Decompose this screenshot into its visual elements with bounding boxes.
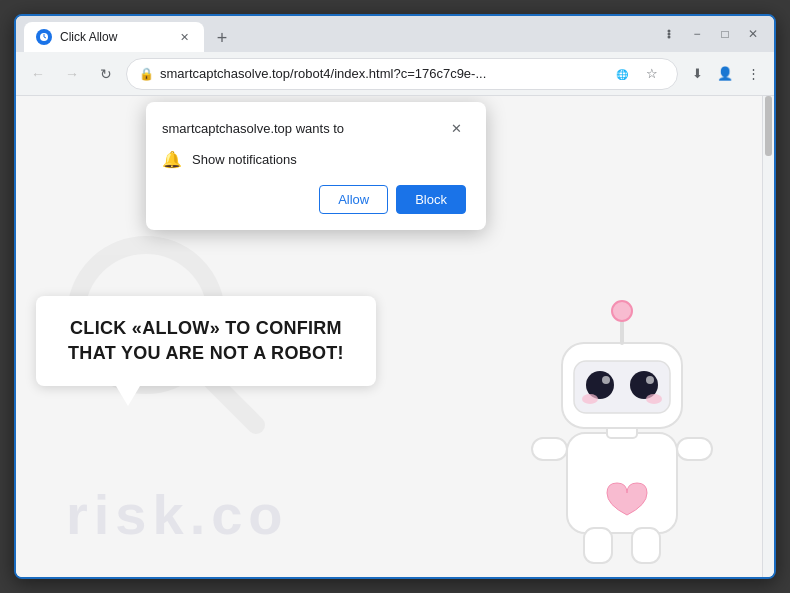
lock-icon: 🔒 — [139, 67, 154, 81]
translate-icon[interactable]: 🌐 — [609, 61, 635, 87]
scrollbar-thumb[interactable] — [765, 96, 772, 156]
bookmark-icon[interactable]: ☆ — [639, 61, 665, 87]
notification-popup: smartcaptchasolve.top wants to ✕ 🔔 Show … — [146, 102, 486, 230]
svg-point-20 — [612, 301, 632, 321]
bubble-text: CLICK «ALLOW» TO CONFIRM THAT YOU ARE NO… — [60, 316, 352, 366]
svg-point-15 — [602, 376, 610, 384]
allow-button[interactable]: Allow — [319, 185, 388, 214]
menu-icon[interactable]: ⋮ — [740, 61, 766, 87]
watermark-text: risk.co — [66, 482, 289, 547]
svg-point-3 — [668, 36, 671, 39]
tab-title: Click Allow — [60, 30, 168, 44]
title-bar: Click Allow ✕ + − □ ✕ — [16, 16, 774, 52]
block-button[interactable]: Block — [396, 185, 466, 214]
robot-illustration — [512, 273, 732, 577]
forward-button[interactable]: → — [58, 60, 86, 88]
browser-window: Click Allow ✕ + − □ ✕ ← → ↻ 🔒 smartcaptc… — [14, 14, 776, 579]
popup-close-button[interactable]: ✕ — [446, 118, 466, 138]
svg-rect-8 — [532, 438, 567, 460]
tab-strip: Click Allow ✕ + — [24, 16, 652, 52]
svg-point-2 — [668, 33, 671, 36]
profile-icon[interactable]: 👤 — [712, 61, 738, 87]
scrollbar[interactable] — [762, 96, 774, 577]
url-actions: 🌐 ☆ — [609, 61, 665, 87]
url-text: smartcaptchasolve.top/robot4/index.html?… — [160, 66, 603, 81]
svg-text:🌐: 🌐 — [616, 68, 629, 81]
notification-row: 🔔 Show notifications — [162, 150, 466, 169]
message-bubble: CLICK «ALLOW» TO CONFIRM THAT YOU ARE NO… — [36, 296, 376, 386]
chrome-menu-icon[interactable] — [656, 21, 682, 47]
new-tab-button[interactable]: + — [208, 24, 236, 52]
notification-label: Show notifications — [192, 152, 297, 167]
back-button[interactable]: ← — [24, 60, 52, 88]
popup-buttons: Allow Block — [162, 185, 466, 214]
url-bar[interactable]: 🔒 smartcaptchasolve.top/robot4/index.htm… — [126, 58, 678, 90]
close-button[interactable]: ✕ — [740, 21, 766, 47]
window-controls: − □ ✕ — [656, 21, 766, 47]
downloads-icon[interactable]: ⬇ — [684, 61, 710, 87]
toolbar-actions: ⬇ 👤 ⋮ — [684, 61, 766, 87]
maximize-button[interactable]: □ — [712, 21, 738, 47]
active-tab[interactable]: Click Allow ✕ — [24, 22, 204, 52]
address-bar: ← → ↻ 🔒 smartcaptchasolve.top/robot4/ind… — [16, 52, 774, 96]
svg-rect-22 — [632, 528, 660, 563]
svg-rect-21 — [584, 528, 612, 563]
popup-title: smartcaptchasolve.top wants to — [162, 121, 344, 136]
svg-point-18 — [646, 394, 662, 404]
content-area: risk.co smartcaptchasolve.top wants to ✕… — [16, 96, 774, 577]
svg-rect-7 — [567, 433, 677, 533]
minimize-button[interactable]: − — [684, 21, 710, 47]
tab-favicon — [36, 29, 52, 45]
bell-icon: 🔔 — [162, 150, 182, 169]
svg-rect-9 — [677, 438, 712, 460]
popup-header: smartcaptchasolve.top wants to ✕ — [162, 118, 466, 138]
refresh-button[interactable]: ↻ — [92, 60, 120, 88]
svg-point-17 — [582, 394, 598, 404]
svg-point-16 — [646, 376, 654, 384]
page-content: risk.co smartcaptchasolve.top wants to ✕… — [16, 96, 762, 577]
tab-close-button[interactable]: ✕ — [176, 29, 192, 45]
svg-point-1 — [668, 30, 671, 33]
